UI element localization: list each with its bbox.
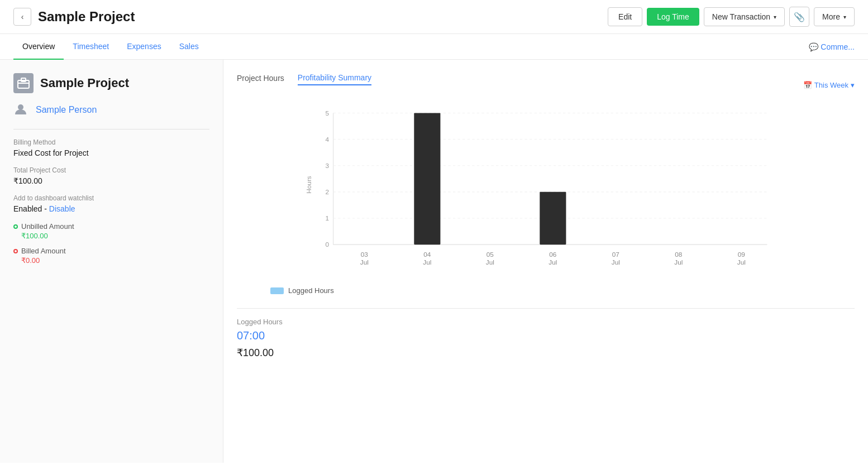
billed-amount-value: ₹0.00: [21, 256, 209, 265]
billed-amount-row: Billed Amount: [13, 247, 209, 255]
svg-text:Jul: Jul: [360, 258, 369, 266]
attachment-button[interactable]: 📎: [789, 7, 809, 27]
svg-text:09: 09: [738, 251, 745, 258]
tabs-bar: Overview Timesheet Expenses Sales 💬 Comm…: [0, 34, 868, 60]
contact-name[interactable]: Sample Person: [36, 105, 97, 115]
svg-text:Jul: Jul: [549, 258, 557, 266]
tab-sales[interactable]: Sales: [170, 34, 208, 60]
unbilled-amount-row: Unbilled Amount: [13, 222, 209, 231]
svg-text:Jul: Jul: [612, 258, 620, 266]
svg-text:Jul: Jul: [423, 258, 431, 266]
svg-text:Hours: Hours: [305, 176, 312, 194]
chart-tab-profitability[interactable]: Profitability Summary: [298, 73, 371, 85]
chart-tab-project-hours[interactable]: Project Hours: [237, 74, 284, 85]
svg-rect-21: [540, 192, 566, 244]
billing-method-value: Fixed Cost for Project: [13, 148, 209, 157]
stats-section: Logged Hours 07:00 ₹100.00: [237, 308, 855, 359]
new-transaction-button[interactable]: New Transaction ▾: [704, 7, 785, 26]
svg-text:1: 1: [326, 214, 330, 222]
more-button[interactable]: More ▾: [814, 7, 855, 26]
sidebar-project-name: Sample Project: [40, 76, 129, 90]
bar-chart-svg: Hours 5 4 3 2 1 0: [237, 101, 855, 268]
svg-text:07: 07: [612, 251, 619, 258]
svg-text:0: 0: [326, 241, 330, 248]
total-amount-value: ₹100.00: [237, 347, 855, 359]
chart-area: Project Hours Profitability Summary 📅 Th…: [223, 60, 868, 463]
this-week-button[interactable]: 📅 This Week ▾: [803, 81, 855, 89]
page-title: Sample Project: [38, 9, 601, 25]
tab-timesheet[interactable]: Timesheet: [64, 34, 118, 60]
contact-row: Sample Person: [13, 102, 209, 118]
legend-label: Logged Hours: [288, 286, 334, 295]
svg-text:04: 04: [423, 251, 431, 258]
svg-text:08: 08: [675, 251, 683, 258]
comment-icon: 💬: [809, 42, 818, 51]
watchlist-row: Enabled - Disable: [13, 204, 209, 213]
edit-button[interactable]: Edit: [608, 7, 642, 26]
billed-dot: [13, 249, 18, 253]
sidebar-divider: [13, 129, 209, 130]
chart-container: Hours 5 4 3 2 1 0: [237, 101, 855, 280]
svg-text:05: 05: [487, 251, 494, 258]
chart-legend: Logged Hours: [270, 286, 855, 295]
new-transaction-chevron-icon: ▾: [774, 14, 776, 20]
unbilled-amount-label: Unbilled Amount: [21, 222, 74, 231]
attachment-icon: 📎: [794, 12, 805, 22]
chart-tabs: Project Hours Profitability Summary: [237, 73, 371, 85]
comments-button[interactable]: 💬 Comme...: [809, 35, 855, 59]
total-cost-label: Total Project Cost: [13, 166, 209, 174]
logged-hours-value: 07:00: [237, 329, 855, 342]
log-time-button[interactable]: Log Time: [647, 8, 699, 26]
unbilled-dot: [13, 224, 18, 229]
billing-method-label: Billing Method: [13, 138, 209, 146]
svg-text:4: 4: [326, 136, 330, 143]
svg-text:03: 03: [361, 251, 369, 258]
project-icon: [13, 73, 34, 93]
logged-hours-label: Logged Hours: [237, 318, 855, 326]
back-button[interactable]: ‹: [13, 8, 31, 26]
total-cost-value: ₹100.00: [13, 176, 209, 185]
svg-rect-19: [414, 113, 440, 244]
sidebar: Sample Project Sample Person Billing Met…: [0, 60, 223, 463]
svg-text:2: 2: [326, 188, 330, 195]
svg-point-3: [18, 104, 23, 110]
watchlist-label: Add to dashboard watchlist: [13, 194, 209, 202]
disable-watchlist-link[interactable]: Disable: [49, 204, 75, 213]
this-week-chevron-icon: ▾: [851, 81, 855, 89]
chart-header: Project Hours Profitability Summary 📅 Th…: [237, 73, 855, 97]
svg-text:5: 5: [326, 109, 330, 117]
more-chevron-icon: ▾: [843, 14, 846, 20]
page-header: ‹ Sample Project Edit Log Time New Trans…: [0, 0, 868, 34]
header-actions: Edit Log Time New Transaction ▾ 📎 More ▾: [608, 7, 855, 27]
person-icon: [13, 102, 29, 118]
svg-text:Jul: Jul: [486, 258, 494, 266]
main-content: Sample Project Sample Person Billing Met…: [0, 60, 868, 463]
svg-text:3: 3: [326, 162, 330, 169]
legend-color-block: [270, 287, 284, 294]
tab-overview[interactable]: Overview: [13, 34, 64, 60]
svg-text:06: 06: [549, 251, 557, 258]
tab-expenses[interactable]: Expenses: [118, 34, 170, 60]
calendar-icon: 📅: [803, 81, 812, 89]
svg-text:Jul: Jul: [737, 258, 746, 266]
billed-amount-label: Billed Amount: [21, 247, 66, 255]
svg-text:Jul: Jul: [674, 258, 683, 266]
unbilled-amount-value: ₹100.00: [21, 232, 209, 240]
project-header: Sample Project: [13, 73, 209, 93]
